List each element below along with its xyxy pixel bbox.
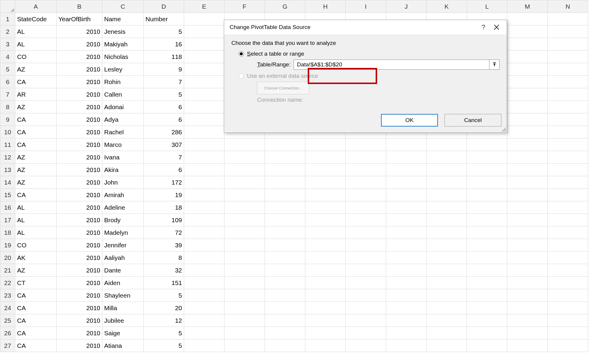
- cell[interactable]: [548, 289, 588, 302]
- cell[interactable]: [386, 239, 427, 252]
- cell[interactable]: [467, 189, 507, 201]
- cell[interactable]: [224, 264, 265, 277]
- cell[interactable]: [548, 339, 588, 352]
- cell[interactable]: Amirah: [102, 189, 144, 201]
- cell[interactable]: [548, 252, 588, 264]
- cell[interactable]: [427, 164, 467, 176]
- col-header[interactable]: G: [265, 0, 305, 13]
- cell[interactable]: [548, 101, 588, 113]
- row-header[interactable]: 1: [0, 13, 15, 25]
- cell[interactable]: [265, 339, 305, 352]
- row-header[interactable]: 4: [0, 51, 15, 63]
- cell[interactable]: Akira: [102, 164, 144, 176]
- row-header[interactable]: 2: [0, 25, 15, 38]
- cell[interactable]: [184, 252, 224, 264]
- cell[interactable]: [224, 214, 265, 226]
- cell[interactable]: [224, 289, 265, 302]
- cell[interactable]: [507, 302, 548, 314]
- cell[interactable]: 5: [144, 25, 184, 38]
- cell[interactable]: [386, 189, 427, 201]
- cell[interactable]: [386, 339, 427, 352]
- cell[interactable]: [507, 51, 548, 63]
- cell[interactable]: [548, 63, 588, 76]
- cell[interactable]: [467, 214, 507, 226]
- cell[interactable]: [305, 252, 346, 264]
- cell[interactable]: [184, 38, 224, 51]
- cell[interactable]: AL: [15, 201, 57, 214]
- row-header[interactable]: 19: [0, 239, 15, 252]
- cell[interactable]: [184, 113, 224, 126]
- cell[interactable]: 5: [144, 327, 184, 339]
- cell[interactable]: [346, 239, 386, 252]
- cell[interactable]: [548, 76, 588, 88]
- cell[interactable]: [265, 314, 305, 327]
- cell[interactable]: CO: [15, 51, 57, 63]
- cell[interactable]: [346, 339, 386, 352]
- cell[interactable]: [467, 314, 507, 327]
- cell[interactable]: [184, 264, 224, 277]
- cell[interactable]: Rachel: [102, 126, 144, 138]
- collapse-dialog-button[interactable]: [489, 60, 500, 70]
- cell[interactable]: Saige: [102, 327, 144, 339]
- cell[interactable]: 2010: [57, 113, 102, 126]
- cell[interactable]: [224, 201, 265, 214]
- cell[interactable]: [467, 164, 507, 176]
- cell[interactable]: [265, 138, 305, 151]
- cell[interactable]: [184, 226, 224, 239]
- col-header[interactable]: H: [305, 0, 346, 13]
- cell[interactable]: [305, 164, 346, 176]
- col-header[interactable]: L: [467, 0, 507, 13]
- cell[interactable]: AZ: [15, 176, 57, 189]
- cell[interactable]: 2010: [57, 314, 102, 327]
- cell[interactable]: [507, 76, 548, 88]
- option-select-table-or-range[interactable]: Select a table or range: [239, 51, 500, 57]
- cell[interactable]: Aaliyah: [102, 252, 144, 264]
- cell[interactable]: [184, 189, 224, 201]
- cell[interactable]: Makiyah: [102, 38, 144, 51]
- cell[interactable]: [184, 138, 224, 151]
- cell[interactable]: 2010: [57, 63, 102, 76]
- cell[interactable]: 2010: [57, 151, 102, 164]
- cell[interactable]: 12: [144, 314, 184, 327]
- cell[interactable]: 307: [144, 138, 184, 151]
- cell[interactable]: [305, 277, 346, 289]
- cell[interactable]: [467, 327, 507, 339]
- cell[interactable]: [184, 339, 224, 352]
- cell[interactable]: 2010: [57, 239, 102, 252]
- row-header[interactable]: 6: [0, 76, 15, 88]
- cell[interactable]: [305, 226, 346, 239]
- cell[interactable]: [386, 277, 427, 289]
- cell[interactable]: [184, 51, 224, 63]
- cell[interactable]: 2010: [57, 264, 102, 277]
- cell[interactable]: CA: [15, 314, 57, 327]
- row-header[interactable]: 25: [0, 314, 15, 327]
- row-header[interactable]: 3: [0, 38, 15, 51]
- help-button[interactable]: ?: [477, 21, 490, 33]
- cell[interactable]: 2010: [57, 76, 102, 88]
- cell[interactable]: 18: [144, 201, 184, 214]
- cell[interactable]: [467, 302, 507, 314]
- cell[interactable]: 5: [144, 289, 184, 302]
- cell[interactable]: [427, 151, 467, 164]
- ok-button[interactable]: OK: [381, 114, 438, 127]
- cell[interactable]: 9: [144, 63, 184, 76]
- cell[interactable]: [467, 226, 507, 239]
- cell[interactable]: [386, 138, 427, 151]
- cell[interactable]: [427, 339, 467, 352]
- cell[interactable]: [265, 239, 305, 252]
- row-header[interactable]: 11: [0, 138, 15, 151]
- cell[interactable]: AL: [15, 214, 57, 226]
- cell[interactable]: [305, 239, 346, 252]
- cell[interactable]: 2010: [57, 88, 102, 101]
- cell[interactable]: [265, 189, 305, 201]
- cell[interactable]: 118: [144, 51, 184, 63]
- cell[interactable]: AZ: [15, 63, 57, 76]
- row-header[interactable]: 23: [0, 289, 15, 302]
- cell[interactable]: 2010: [57, 38, 102, 51]
- cell[interactable]: 2010: [57, 201, 102, 214]
- cell[interactable]: 2010: [57, 126, 102, 138]
- cell[interactable]: [507, 252, 548, 264]
- cell[interactable]: [386, 289, 427, 302]
- cell[interactable]: [507, 201, 548, 214]
- row-header[interactable]: 20: [0, 252, 15, 264]
